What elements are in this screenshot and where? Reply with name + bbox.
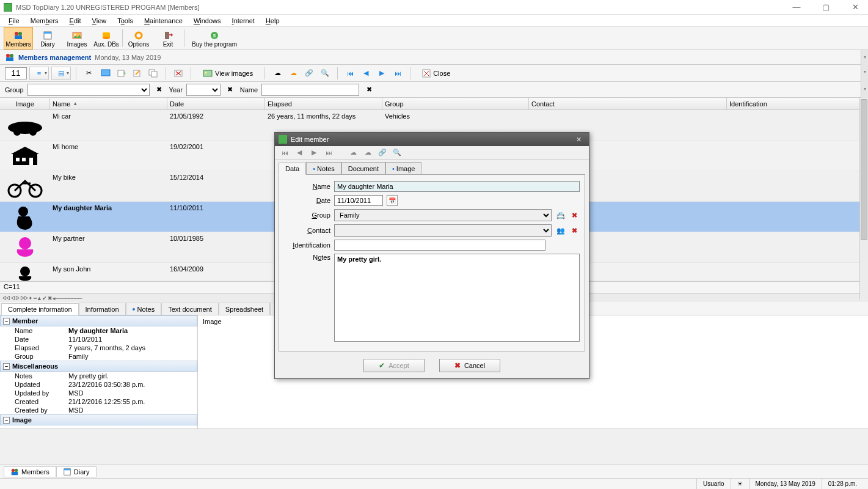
copy-record-icon[interactable] [146,67,161,80]
dialog-icon [279,135,287,144]
dlg-cloud2-icon[interactable]: ☁ [362,147,374,158]
info-member-header[interactable]: –Member [0,315,197,326]
info-date-label: Date [0,336,66,343]
filter-name-input[interactable] [261,84,359,96]
dlg-tab-image[interactable]: •Image [385,162,421,174]
fld-name-input[interactable] [334,181,580,192]
col-elapsed[interactable]: Elapsed [265,98,382,109]
prev-record-icon[interactable]: ◀ [359,67,373,80]
status-user: Usuario [696,479,730,489]
svg-rect-16 [6,57,13,61]
dlg-cloud1-icon[interactable]: ☁ [347,147,359,158]
col-name[interactable]: Name [50,98,167,109]
menu-view[interactable]: View [87,16,112,26]
clear-name-icon[interactable]: ✖ [363,84,375,96]
info-image-header[interactable]: –Image [0,414,197,425]
edit-record-icon[interactable] [130,67,145,80]
dlg-link-icon[interactable]: 🔗 [376,147,388,158]
link-icon[interactable]: 🔗 [302,67,316,80]
svg-point-0 [15,32,18,35]
menu-internet[interactable]: Internet [227,16,260,26]
dlg-next-icon[interactable]: ▶ [308,147,320,158]
person-son-icon [4,265,46,282]
tab-information[interactable]: Information [79,303,126,315]
fld-contact-select[interactable] [334,224,552,237]
col-image[interactable]: Image [0,98,50,109]
new-record-icon[interactable]: + [114,67,129,80]
tab-text-document[interactable]: Text document [161,303,219,315]
menu-windows[interactable]: Windows [189,16,226,26]
maximize-button[interactable]: ▢ [817,2,835,13]
tb-exit[interactable]: Exit [153,27,183,50]
bar-grip[interactable] [861,50,868,65]
wtab-members[interactable]: Members [4,466,56,477]
dlg-last-icon[interactable]: ⏭ [323,147,335,158]
col-group[interactable]: Group [382,98,529,109]
contact-clear-icon[interactable]: ✖ [569,225,580,236]
bar-grip[interactable] [861,82,868,98]
accept-button[interactable]: ✔Accept [363,359,425,372]
dlg-first-icon[interactable]: ⏮ [279,147,291,158]
cancel-button[interactable]: ✖Cancel [439,359,500,372]
info-misc-header[interactable]: –Miscellaneous [0,361,197,372]
tb-members[interactable]: Members [4,27,33,50]
svg-text:$: $ [213,33,216,39]
dlg-tab-data[interactable]: Data [279,163,306,175]
cut-icon[interactable]: ✂ [81,67,96,80]
record-count-input[interactable] [5,67,27,79]
nav-cloud2-icon[interactable]: ☁ [286,67,301,80]
first-record-icon[interactable]: ⏮ [343,67,357,80]
dlg-tab-notes[interactable]: •Notes [306,162,341,174]
tb-diary[interactable]: Diary [33,27,62,50]
menu-tools[interactable]: Tools [112,16,138,26]
menu-help[interactable]: Help [261,16,285,26]
close-view-button[interactable]: Close [415,67,457,80]
tab-complete-information[interactable]: Complete information [1,303,79,315]
tb-options[interactable]: Options [124,27,153,50]
tab-spreadsheet[interactable]: Spreadsheet [219,303,270,315]
minimize-button[interactable]: — [787,2,806,13]
nav-cloud1-icon[interactable]: ☁ [270,67,285,80]
v-scrollbar[interactable] [859,98,868,300]
tb-auxdbs[interactable]: Aux. DBs [92,27,121,50]
clear-group-icon[interactable]: ✖ [153,84,166,96]
col-contact[interactable]: Contact [529,98,727,109]
dlg-prev-icon[interactable]: ◀ [293,147,305,158]
fld-date-input[interactable] [334,195,383,206]
delete-record-icon[interactable] [171,67,186,80]
bar-grip[interactable] [861,65,868,82]
tb-images[interactable]: Images [62,27,92,50]
group-clear-icon[interactable]: ✖ [569,210,580,221]
col-date[interactable]: Date [167,98,265,109]
fld-ident-input[interactable] [334,240,545,251]
fld-notes-textarea[interactable]: My pretty girl. [334,254,580,342]
dialog-titlebar[interactable]: Edit member ✕ [275,133,589,146]
dlg-tab-document[interactable]: Document [341,162,385,174]
menu-members[interactable]: Members [26,16,64,26]
screen-icon[interactable] [98,67,113,80]
view-images-button[interactable]: View images [196,67,260,80]
calendar-icon[interactable]: 📅 [387,195,398,206]
wtab-diary[interactable]: Diary [56,466,97,477]
menu-edit[interactable]: Edit [65,16,86,26]
menu-maintenance[interactable]: Maintenance [139,16,188,26]
contact-lookup-icon[interactable]: 👥 [555,225,566,236]
group-lookup-icon[interactable]: 📇 [555,210,566,221]
menu-file[interactable]: File [4,16,24,26]
col-ident[interactable]: Identification [727,98,868,109]
search-icon[interactable]: 🔍 [318,67,332,80]
clear-year-icon[interactable]: ✖ [224,84,236,96]
dlg-search-icon[interactable]: 🔍 [391,147,403,158]
tab-notes[interactable]: •Notes [126,303,162,315]
filter-year-select[interactable] [186,84,221,96]
tb-buy[interactable]: $Buy the program [186,27,243,50]
sort-dropdown[interactable]: ▤ [51,67,71,80]
next-record-icon[interactable]: ▶ [374,67,389,80]
svg-point-15 [10,54,13,57]
view-mode-dropdown[interactable]: ≡ [29,67,49,80]
dialog-close-button[interactable]: ✕ [572,136,585,144]
filter-group-select[interactable] [27,84,150,96]
last-record-icon[interactable]: ⏭ [390,67,405,80]
close-window-button[interactable]: ✕ [846,2,864,13]
fld-group-select[interactable]: Family [334,209,552,221]
